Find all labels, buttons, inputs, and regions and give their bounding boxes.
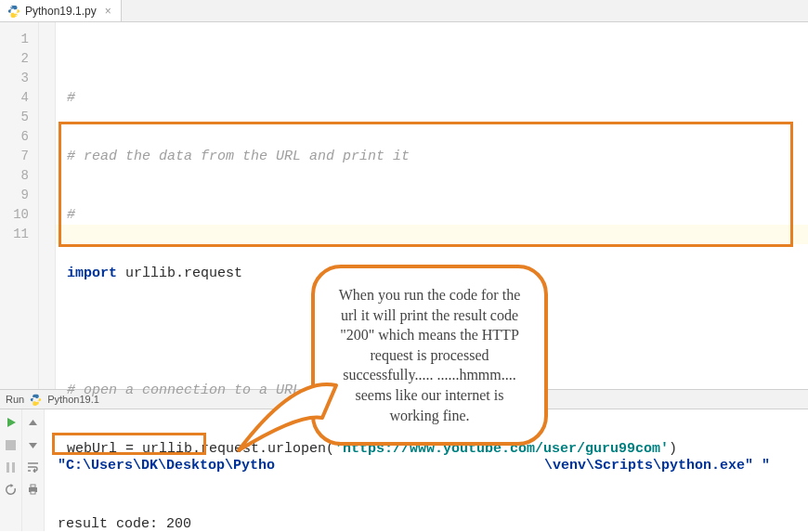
line-number: 6 bbox=[0, 127, 29, 147]
run-label: Run bbox=[6, 394, 24, 405]
soft-wrap-button[interactable] bbox=[26, 460, 41, 474]
fold-column bbox=[39, 22, 56, 389]
scroll-down-button[interactable] bbox=[26, 437, 41, 452]
code-text: # read the data from the URL and print i… bbox=[67, 149, 410, 164]
python-file-icon bbox=[7, 5, 20, 18]
tab-filename: Python19.1.py bbox=[25, 5, 97, 18]
code-text: # bbox=[67, 207, 75, 223]
run-toolbar-right bbox=[22, 409, 45, 531]
line-number: 3 bbox=[0, 69, 29, 88]
editor-tab[interactable]: Python19.1.py × bbox=[0, 0, 122, 21]
svg-rect-3 bbox=[7, 462, 9, 473]
svg-rect-4 bbox=[12, 462, 15, 473]
console-line: \venv\Scripts\python.exe" " bbox=[544, 458, 770, 474]
python-file-icon bbox=[30, 394, 42, 406]
line-number: 11 bbox=[0, 225, 29, 244]
tab-bar: Python19.1.py × bbox=[0, 0, 808, 22]
line-number: 7 bbox=[0, 147, 29, 166]
callout-tail-icon bbox=[229, 367, 341, 460]
line-number: 1 bbox=[0, 30, 29, 49]
console-line: "C:\Users\DK\Desktop\Pytho bbox=[58, 458, 275, 474]
print-button[interactable] bbox=[26, 482, 41, 497]
annotation-callout: When you run the code for the url it wil… bbox=[311, 265, 548, 446]
run-toolbar-left bbox=[0, 409, 22, 531]
line-number: 8 bbox=[0, 166, 29, 186]
run-button[interactable] bbox=[4, 415, 19, 430]
close-tab-icon[interactable]: × bbox=[105, 5, 111, 18]
line-number: 10 bbox=[0, 205, 29, 225]
callout-text: When you run the code for the url it wil… bbox=[311, 265, 548, 446]
code-text: import bbox=[67, 266, 117, 281]
line-number: 4 bbox=[0, 88, 29, 108]
line-number: 9 bbox=[0, 186, 29, 205]
svg-point-0 bbox=[11, 6, 12, 6]
pause-button[interactable] bbox=[4, 460, 19, 474]
svg-rect-6 bbox=[31, 485, 35, 487]
scroll-up-button[interactable] bbox=[26, 415, 41, 430]
restart-button[interactable] bbox=[4, 482, 19, 497]
code-text: urllib.request bbox=[117, 266, 242, 281]
svg-rect-2 bbox=[6, 440, 16, 450]
line-number-gutter: 1 2 3 4 5 6 7 8 9 10 11 bbox=[0, 22, 39, 389]
stop-button[interactable] bbox=[4, 437, 19, 452]
line-number: 2 bbox=[0, 49, 29, 69]
code-text: ) bbox=[669, 441, 677, 457]
svg-rect-7 bbox=[31, 491, 35, 494]
line-number: 5 bbox=[0, 108, 29, 127]
console-line: result code: 200 bbox=[58, 516, 191, 532]
svg-point-1 bbox=[16, 15, 17, 16]
code-text: # bbox=[67, 90, 75, 106]
